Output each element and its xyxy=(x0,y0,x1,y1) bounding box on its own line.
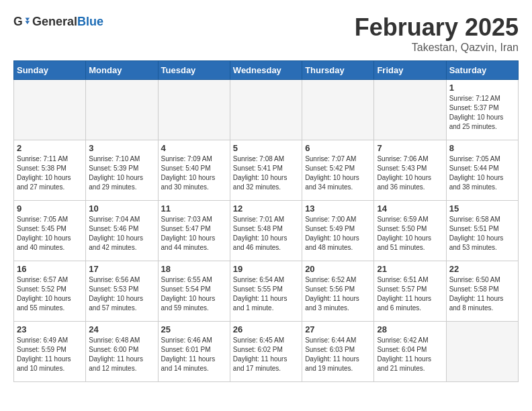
day-cell xyxy=(86,80,158,140)
day-cell: 2Sunrise: 7:11 AM Sunset: 5:38 PM Daylig… xyxy=(14,140,86,201)
day-info: Sunrise: 6:45 AM Sunset: 6:02 PM Dayligh… xyxy=(233,336,299,373)
day-cell: 8Sunrise: 7:05 AM Sunset: 5:44 PM Daylig… xyxy=(446,140,518,201)
day-cell: 25Sunrise: 6:46 AM Sunset: 6:01 PM Dayli… xyxy=(158,322,230,382)
svg-text:G: G xyxy=(13,15,23,28)
day-cell: 14Sunrise: 6:59 AM Sunset: 5:50 PM Dayli… xyxy=(374,201,446,261)
day-info: Sunrise: 6:44 AM Sunset: 6:03 PM Dayligh… xyxy=(305,336,371,373)
day-cell: 27Sunrise: 6:44 AM Sunset: 6:03 PM Dayli… xyxy=(302,322,374,382)
day-info: Sunrise: 6:55 AM Sunset: 5:54 PM Dayligh… xyxy=(161,275,227,313)
calendar-subtitle: Takestan, Qazvin, Iran xyxy=(355,42,519,54)
day-cell: 24Sunrise: 6:48 AM Sunset: 6:00 PM Dayli… xyxy=(86,322,158,382)
day-info: Sunrise: 7:00 AM Sunset: 5:49 PM Dayligh… xyxy=(305,215,371,253)
day-cell: 20Sunrise: 6:52 AM Sunset: 5:56 PM Dayli… xyxy=(302,261,374,322)
day-info: Sunrise: 7:11 AM Sunset: 5:38 PM Dayligh… xyxy=(17,154,83,192)
day-info: Sunrise: 6:42 AM Sunset: 6:04 PM Dayligh… xyxy=(377,336,443,373)
day-number: 16 xyxy=(17,264,83,274)
svg-marker-1 xyxy=(26,17,30,21)
day-number: 9 xyxy=(17,203,83,214)
day-number: 1 xyxy=(449,83,515,93)
logo: G GeneralBlue xyxy=(13,13,103,30)
day-number: 28 xyxy=(377,324,443,334)
day-cell: 9Sunrise: 7:05 AM Sunset: 5:45 PM Daylig… xyxy=(14,201,86,261)
day-number: 5 xyxy=(233,143,299,153)
header-monday: Monday xyxy=(86,61,158,80)
day-cell: 26Sunrise: 6:45 AM Sunset: 6:02 PM Dayli… xyxy=(230,322,302,382)
day-cell: 1Sunrise: 7:12 AM Sunset: 5:37 PM Daylig… xyxy=(446,80,518,140)
day-info: Sunrise: 6:50 AM Sunset: 5:58 PM Dayligh… xyxy=(449,275,515,313)
day-number: 26 xyxy=(233,324,299,334)
day-number: 13 xyxy=(305,203,371,214)
day-info: Sunrise: 6:51 AM Sunset: 5:57 PM Dayligh… xyxy=(377,275,443,313)
day-info: Sunrise: 7:12 AM Sunset: 5:37 PM Dayligh… xyxy=(449,94,515,132)
header-tuesday: Tuesday xyxy=(158,61,230,80)
title-area: February 2025 Takestan, Qazvin, Iran xyxy=(355,13,519,54)
logo-icon: G xyxy=(13,13,30,30)
day-number: 23 xyxy=(17,324,83,334)
day-cell xyxy=(14,80,86,140)
day-cell xyxy=(302,80,374,140)
header-wednesday: Wednesday xyxy=(230,61,302,80)
day-number: 12 xyxy=(233,203,299,214)
day-number: 18 xyxy=(161,264,227,274)
day-number: 14 xyxy=(377,203,443,214)
day-info: Sunrise: 6:56 AM Sunset: 5:53 PM Dayligh… xyxy=(89,275,154,313)
day-number: 27 xyxy=(305,324,371,334)
day-cell: 15Sunrise: 6:58 AM Sunset: 5:51 PM Dayli… xyxy=(446,201,518,261)
day-cell: 19Sunrise: 6:54 AM Sunset: 5:55 PM Dayli… xyxy=(230,261,302,322)
day-info: Sunrise: 6:57 AM Sunset: 5:52 PM Dayligh… xyxy=(17,275,83,313)
svg-marker-2 xyxy=(26,21,30,24)
day-info: Sunrise: 7:03 AM Sunset: 5:47 PM Dayligh… xyxy=(161,215,227,253)
day-number: 17 xyxy=(89,264,154,274)
day-number: 2 xyxy=(17,143,83,153)
day-number: 7 xyxy=(377,143,443,153)
day-info: Sunrise: 7:07 AM Sunset: 5:42 PM Dayligh… xyxy=(305,154,371,192)
week-row-5: 23Sunrise: 6:49 AM Sunset: 5:59 PM Dayli… xyxy=(14,322,519,382)
day-number: 25 xyxy=(161,324,227,334)
day-number: 8 xyxy=(449,143,515,153)
day-number: 11 xyxy=(161,203,227,214)
week-row-4: 16Sunrise: 6:57 AM Sunset: 5:52 PM Dayli… xyxy=(14,261,519,322)
day-cell: 23Sunrise: 6:49 AM Sunset: 5:59 PM Dayli… xyxy=(14,322,86,382)
day-cell xyxy=(374,80,446,140)
day-cell: 11Sunrise: 7:03 AM Sunset: 5:47 PM Dayli… xyxy=(158,201,230,261)
day-info: Sunrise: 7:06 AM Sunset: 5:43 PM Dayligh… xyxy=(377,154,443,192)
day-cell: 7Sunrise: 7:06 AM Sunset: 5:43 PM Daylig… xyxy=(374,140,446,201)
day-cell: 18Sunrise: 6:55 AM Sunset: 5:54 PM Dayli… xyxy=(158,261,230,322)
day-cell: 16Sunrise: 6:57 AM Sunset: 5:52 PM Dayli… xyxy=(14,261,86,322)
day-info: Sunrise: 6:58 AM Sunset: 5:51 PM Dayligh… xyxy=(449,215,515,253)
header-saturday: Saturday xyxy=(446,61,518,80)
day-info: Sunrise: 7:10 AM Sunset: 5:39 PM Dayligh… xyxy=(89,154,154,192)
day-cell: 21Sunrise: 6:51 AM Sunset: 5:57 PM Dayli… xyxy=(374,261,446,322)
day-cell: 4Sunrise: 7:09 AM Sunset: 5:40 PM Daylig… xyxy=(158,140,230,201)
week-row-3: 9Sunrise: 7:05 AM Sunset: 5:45 PM Daylig… xyxy=(14,201,519,261)
day-cell xyxy=(158,80,230,140)
day-cell: 3Sunrise: 7:10 AM Sunset: 5:39 PM Daylig… xyxy=(86,140,158,201)
day-info: Sunrise: 6:49 AM Sunset: 5:59 PM Dayligh… xyxy=(17,336,83,373)
day-number: 6 xyxy=(305,143,371,153)
day-number: 22 xyxy=(449,264,515,274)
day-cell: 12Sunrise: 7:01 AM Sunset: 5:48 PM Dayli… xyxy=(230,201,302,261)
day-cell: 13Sunrise: 7:00 AM Sunset: 5:49 PM Dayli… xyxy=(302,201,374,261)
day-cell: 17Sunrise: 6:56 AM Sunset: 5:53 PM Dayli… xyxy=(86,261,158,322)
day-info: Sunrise: 6:48 AM Sunset: 6:00 PM Dayligh… xyxy=(89,336,154,373)
day-number: 24 xyxy=(89,324,154,334)
header-sunday: Sunday xyxy=(14,61,86,80)
day-cell: 5Sunrise: 7:08 AM Sunset: 5:41 PM Daylig… xyxy=(230,140,302,201)
day-number: 20 xyxy=(305,264,371,274)
day-info: Sunrise: 6:46 AM Sunset: 6:01 PM Dayligh… xyxy=(161,336,227,373)
day-number: 3 xyxy=(89,143,154,153)
day-info: Sunrise: 7:09 AM Sunset: 5:40 PM Dayligh… xyxy=(161,154,227,192)
day-number: 19 xyxy=(233,264,299,274)
week-row-1: 1Sunrise: 7:12 AM Sunset: 5:37 PM Daylig… xyxy=(14,80,519,140)
day-cell xyxy=(230,80,302,140)
week-row-2: 2Sunrise: 7:11 AM Sunset: 5:38 PM Daylig… xyxy=(14,140,519,201)
logo-blue: Blue xyxy=(77,15,103,29)
day-cell: 22Sunrise: 6:50 AM Sunset: 5:58 PM Dayli… xyxy=(446,261,518,322)
day-info: Sunrise: 6:52 AM Sunset: 5:56 PM Dayligh… xyxy=(305,275,371,313)
day-cell xyxy=(446,322,518,382)
calendar-table: SundayMondayTuesdayWednesdayThursdayFrid… xyxy=(13,60,519,382)
day-info: Sunrise: 6:59 AM Sunset: 5:50 PM Dayligh… xyxy=(377,215,443,253)
day-info: Sunrise: 7:01 AM Sunset: 5:48 PM Dayligh… xyxy=(233,215,299,253)
day-info: Sunrise: 7:04 AM Sunset: 5:46 PM Dayligh… xyxy=(89,215,154,253)
calendar-title: February 2025 xyxy=(355,13,519,42)
